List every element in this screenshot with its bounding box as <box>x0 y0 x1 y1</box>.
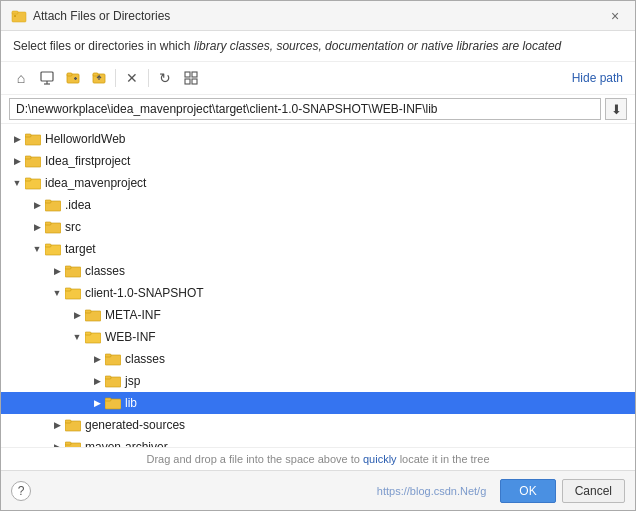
svg-rect-7 <box>67 73 72 76</box>
toolbar-home-button[interactable]: ⌂ <box>9 66 33 90</box>
folder-icon <box>85 330 101 344</box>
tree-item-label: HelloworldWeb <box>45 132 125 146</box>
tree-item[interactable]: ▶ generated-sources <box>1 414 635 436</box>
tree-item[interactable]: ▶ maven-archiver <box>1 436 635 447</box>
footer-right: https://blog.csdn.Net/g OK Cancel <box>377 479 625 503</box>
hide-path-link[interactable]: Hide path <box>568 69 627 87</box>
toolbar-desktop-button[interactable] <box>35 66 59 90</box>
toolbar-delete-button[interactable]: ✕ <box>120 66 144 90</box>
svg-rect-15 <box>185 79 190 84</box>
expand-arrow-icon[interactable]: ▶ <box>69 307 85 323</box>
svg-rect-30 <box>65 266 71 269</box>
svg-rect-2 <box>14 15 16 17</box>
svg-rect-16 <box>192 79 197 84</box>
folder-icon <box>45 220 61 234</box>
svg-rect-13 <box>185 72 190 77</box>
expand-arrow-icon[interactable]: ▶ <box>89 351 105 367</box>
drag-hint-text-pre: Drag and drop a file into the space abov… <box>146 453 362 465</box>
close-button[interactable]: × <box>605 6 625 26</box>
tree-item-label: Idea_firstproject <box>45 154 130 168</box>
path-bar: ⬇ <box>1 95 635 124</box>
toolbar-left: ⌂ ✕ ↻ <box>9 66 203 90</box>
tree-item[interactable]: ▶ HelloworldWeb <box>1 128 635 150</box>
footer-left: ? <box>11 481 31 501</box>
tree-item[interactable]: ▼ client-1.0-SNAPSHOT <box>1 282 635 304</box>
title-bar: Attach Files or Directories × <box>1 1 635 31</box>
tree-item[interactable]: ▶ jsp <box>1 370 635 392</box>
expand-arrow-icon[interactable]: ▶ <box>9 153 25 169</box>
folder-icon <box>25 176 41 190</box>
svg-rect-24 <box>45 200 51 203</box>
folder-icon <box>85 308 101 322</box>
toolbar-separator-2 <box>148 69 149 87</box>
path-input[interactable] <box>9 98 601 120</box>
svg-rect-1 <box>12 11 18 14</box>
toolbar-parent-button[interactable] <box>87 66 111 90</box>
ok-button[interactable]: OK <box>500 479 555 503</box>
folder-icon <box>105 396 121 410</box>
tree-item[interactable]: ▶ .idea <box>1 194 635 216</box>
collapse-arrow-icon[interactable]: ▼ <box>9 175 25 191</box>
folder-icon <box>65 264 81 278</box>
expand-arrow-icon[interactable]: ▶ <box>49 417 65 433</box>
tree-item[interactable]: ▶ META-INF <box>1 304 635 326</box>
tree-item-label: client-1.0-SNAPSHOT <box>85 286 204 300</box>
expand-arrow-icon[interactable]: ▶ <box>29 219 45 235</box>
tree-item[interactable]: ▼ idea_mavenproject <box>1 172 635 194</box>
svg-rect-44 <box>65 420 71 423</box>
collapse-arrow-icon[interactable]: ▼ <box>69 329 85 345</box>
tree-item-label: jsp <box>125 374 140 388</box>
tree-item-label: WEB-INF <box>105 330 156 344</box>
toolbar: ⌂ ✕ ↻ Hide path <box>1 62 635 95</box>
tree-item[interactable]: ▶ Idea_firstproject <box>1 150 635 172</box>
expand-arrow-icon[interactable]: ▶ <box>9 131 25 147</box>
expand-arrow-icon[interactable]: ▶ <box>89 395 105 411</box>
footer: ? https://blog.csdn.Net/g OK Cancel <box>1 470 635 510</box>
svg-rect-38 <box>105 354 111 357</box>
folder-icon <box>105 352 121 366</box>
folder-icon <box>105 374 121 388</box>
svg-rect-14 <box>192 72 197 77</box>
expand-arrow-icon[interactable]: ▶ <box>89 373 105 389</box>
help-button[interactable]: ? <box>11 481 31 501</box>
drag-hint-link[interactable]: quickly <box>363 453 397 465</box>
tree-item[interactable]: ▶ classes <box>1 260 635 282</box>
tree-item-label: maven-archiver <box>85 440 168 447</box>
cancel-button[interactable]: Cancel <box>562 479 625 503</box>
svg-rect-36 <box>85 332 91 335</box>
watermark-text: https://blog.csdn.Net/g <box>377 485 486 497</box>
svg-rect-34 <box>85 310 91 313</box>
attach-files-dialog: Attach Files or Directories × Select fil… <box>0 0 636 511</box>
dialog-title: Attach Files or Directories <box>33 9 170 23</box>
toolbar-expand-button[interactable] <box>179 66 203 90</box>
svg-rect-11 <box>93 73 98 76</box>
tree-item[interactable]: ▼ WEB-INF <box>1 326 635 348</box>
expand-arrow-icon[interactable]: ▶ <box>49 439 65 447</box>
toolbar-separator <box>115 69 116 87</box>
tree-item-label: src <box>65 220 81 234</box>
folder-icon <box>25 132 41 146</box>
tree-item-label: generated-sources <box>85 418 185 432</box>
folder-icon <box>65 418 81 432</box>
description-bar: Select files or directories in which lib… <box>1 31 635 62</box>
svg-rect-18 <box>25 134 31 137</box>
expand-arrow-icon[interactable]: ▶ <box>49 263 65 279</box>
toolbar-refresh-button[interactable]: ↻ <box>153 66 177 90</box>
tree-item[interactable]: ▶ classes <box>1 348 635 370</box>
collapse-arrow-icon[interactable]: ▼ <box>29 241 45 257</box>
path-confirm-button[interactable]: ⬇ <box>605 98 627 120</box>
folder-icon <box>45 198 61 212</box>
description-text: Select files or directories in which <box>13 39 194 53</box>
file-tree[interactable]: ▶ HelloworldWeb▶ Idea_firstproject▼ idea… <box>1 124 635 447</box>
svg-rect-32 <box>65 288 71 291</box>
tree-item[interactable]: ▶ src <box>1 216 635 238</box>
expand-arrow-icon[interactable]: ▶ <box>29 197 45 213</box>
tree-item[interactable]: ▶ lib <box>1 392 635 414</box>
collapse-arrow-icon[interactable]: ▼ <box>49 285 65 301</box>
svg-rect-46 <box>65 442 71 445</box>
tree-item[interactable]: ▼ target <box>1 238 635 260</box>
svg-rect-20 <box>25 156 31 159</box>
folder-icon <box>65 286 81 300</box>
toolbar-new-folder-button[interactable] <box>61 66 85 90</box>
tree-item-label: classes <box>85 264 125 278</box>
